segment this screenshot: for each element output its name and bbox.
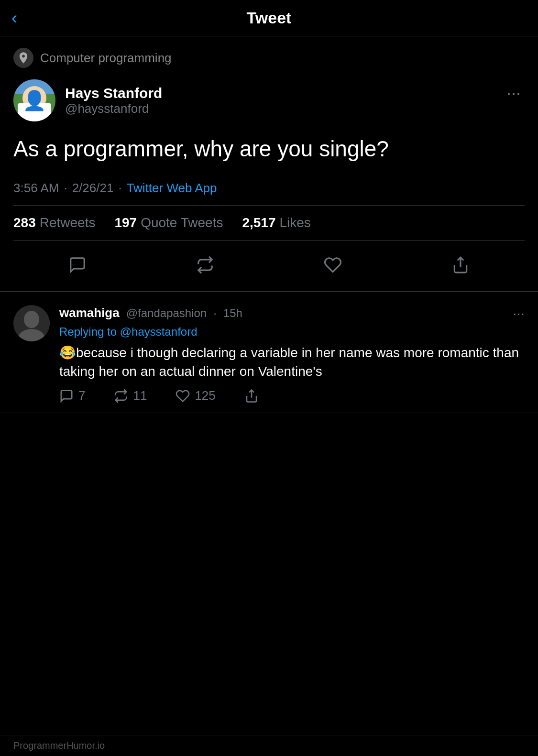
reply-avatar-image [13,305,50,341]
tweet-content: As a programmer, why are you single? [0,129,538,175]
topic-section: Computer programming [0,36,538,76]
reply-time: · [213,307,217,320]
likes-stat[interactable]: 2,517 Likes [242,215,310,230]
reply-comment-count: 7 [78,388,85,403]
reply-comment-button[interactable]: 7 [59,388,85,403]
reply-retweet-button[interactable]: 11 [114,388,147,403]
likes-count: 2,517 [242,215,275,230]
reply-like-count: 125 [195,388,215,403]
reply-header: wamahiga @fandapashion · 15h ··· [59,305,525,321]
header: ‹ Tweet [0,0,538,36]
author-info: Hays Stanford @haysstanford [65,85,162,116]
quote-tweets-stat[interactable]: 197 Quote Tweets [114,215,223,230]
tweet-date: 2/26/21 [72,181,114,196]
avatar [13,79,55,121]
retweets-count: 283 [13,215,36,230]
share-button[interactable] [444,248,477,282]
reply-to: Replying to @haysstanford [59,325,525,339]
footer-label: ProgrammerHumor.io [13,740,105,751]
reply-author-name: wamahiga [59,306,120,320]
tweet-source-app[interactable]: Twitter Web App [127,181,217,196]
retweet-button[interactable] [188,248,222,282]
author-handle: @haysstanford [65,101,162,116]
timestamp-dot2: · [118,181,121,196]
tweet-author-row: Hays Stanford @haysstanford ··· [0,76,538,129]
reply-button[interactable] [61,248,94,282]
reply-handle: @fandapashion [126,307,207,320]
quote-count: 197 [114,215,137,230]
retweets-label: Retweets [40,215,96,230]
reply-share-button[interactable] [244,389,259,403]
tweet-more-button[interactable]: ··· [503,79,525,107]
reply-item: wamahiga @fandapashion · 15h ··· Replyin… [0,292,538,413]
reply-author-info: wamahiga @fandapashion · 15h [59,306,242,320]
timestamp-dot1: · [64,181,67,196]
footer: ProgrammerHumor.io [0,735,538,756]
topic-icon [13,48,33,68]
retweets-stat[interactable]: 283 Retweets [13,215,95,230]
svg-point-2 [24,311,39,328]
timestamp-row: 3:56 AM · 2/26/21 · Twitter Web App [0,175,538,205]
reply-more-button[interactable]: ··· [513,305,525,321]
tweet-time: 3:56 AM [13,181,59,196]
reply-retweet-count: 11 [133,388,147,403]
replying-to-handle[interactable]: @haysstanford [120,325,198,338]
reply-text: 😂because i though declaring a variable i… [59,343,525,381]
topic-label: Computer programming [40,51,172,66]
tweet-actions-row [0,241,538,292]
reply-timestamp: 15h [223,307,242,320]
replying-to-label: Replying to [59,325,117,338]
reply-body: wamahiga @fandapashion · 15h ··· Replyin… [59,305,525,403]
reply-avatar [13,305,50,341]
author-name: Hays Stanford [65,85,162,101]
likes-label: Likes [280,215,311,230]
header-title: Tweet [247,9,292,27]
reply-like-button[interactable]: 125 [176,388,215,403]
author-left: Hays Stanford @haysstanford [13,79,162,121]
reply-actions: 7 11 125 [59,388,525,403]
like-button[interactable] [316,248,350,282]
stats-row: 283 Retweets 197 Quote Tweets 2,517 Like… [0,206,538,240]
quote-label: Quote Tweets [141,215,223,230]
back-button[interactable]: ‹ [11,8,17,28]
